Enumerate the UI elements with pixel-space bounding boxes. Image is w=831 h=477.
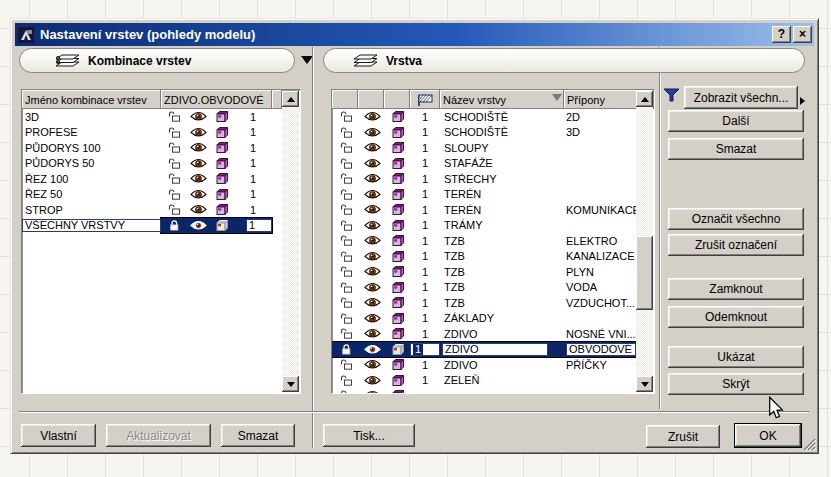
- combination-row[interactable]: ŘEZ 501: [22, 187, 283, 203]
- layer-row[interactable]: 1ZDIVONOSNÉ VNI...: [332, 326, 637, 342]
- next-button[interactable]: Další: [668, 110, 804, 132]
- pen-number-edit[interactable]: 1: [246, 219, 272, 232]
- layer-name[interactable]: ZÁKLADY: [444, 311, 562, 327]
- layer-name[interactable]: TZB: [444, 295, 562, 311]
- layer-extension[interactable]: [566, 218, 636, 234]
- layer-row[interactable]: 1TERÉNKOMUNIKACE: [332, 202, 637, 218]
- lock-icon[interactable]: [335, 109, 357, 125]
- lock-icon[interactable]: [335, 171, 357, 187]
- lock-icon[interactable]: [164, 109, 184, 125]
- layer-name[interactable]: TERÉN: [444, 187, 562, 203]
- solid-mode-icon[interactable]: [387, 388, 409, 393]
- lock-icon[interactable]: [335, 357, 357, 373]
- solid-mode-icon[interactable]: [387, 202, 409, 218]
- combination-row[interactable]: PŮDORYS 1001: [22, 140, 283, 156]
- solid-mode-icon[interactable]: [387, 280, 409, 296]
- lock-icon[interactable]: [335, 373, 357, 389]
- eye-icon[interactable]: [360, 388, 384, 393]
- combination-row[interactable]: PROFESE1: [22, 125, 283, 141]
- combination-name[interactable]: 3D: [25, 109, 159, 125]
- layer-row[interactable]: 1SCHODIŠTĚ2D: [332, 109, 637, 125]
- layer-name[interactable]: SCHODIŠTĚ: [444, 125, 562, 141]
- layer-name[interactable]: TZB: [444, 280, 562, 296]
- layer-extension[interactable]: [566, 171, 636, 187]
- combination-row[interactable]: ŘEZ 1001: [22, 171, 283, 187]
- ok-button[interactable]: OK: [734, 423, 802, 448]
- layer-name[interactable]: STAFÁŽE: [444, 156, 562, 172]
- scroll-up-icon[interactable]: [282, 91, 299, 107]
- combination-name-edit[interactable]: VŠECHNY VRSTVY: [22, 219, 161, 232]
- layer-name[interactable]: ZDIVO: [444, 357, 562, 373]
- scroll-up-icon[interactable]: [636, 91, 653, 107]
- lock-icon[interactable]: [335, 326, 357, 342]
- layer-name[interactable]: ZDIVO: [444, 326, 562, 342]
- resize-grip[interactable]: [801, 436, 816, 451]
- combination-name[interactable]: PŮDORYS 50: [25, 156, 159, 172]
- lock-icon[interactable]: [164, 140, 184, 156]
- solid-mode-icon[interactable]: [387, 140, 409, 156]
- delete-filter-button[interactable]: Smazat: [668, 138, 804, 160]
- solid-mode-icon[interactable]: [212, 156, 232, 172]
- lock-icon[interactable]: [164, 156, 184, 172]
- layer-row[interactable]: 1TRÁMY: [332, 218, 637, 234]
- eye-icon[interactable]: [187, 171, 209, 187]
- eye-icon[interactable]: [360, 342, 384, 358]
- layer-extension[interactable]: [566, 156, 636, 172]
- layer-extension[interactable]: [566, 311, 636, 327]
- layer-row[interactable]: 1ZDIVOPŘÍČKY: [332, 357, 637, 373]
- layer-row[interactable]: 1SCHODIŠTĚ3D: [332, 125, 637, 141]
- lock-icon[interactable]: [335, 280, 357, 296]
- eye-icon[interactable]: [360, 109, 384, 125]
- combination-name[interactable]: PŮDORYS 100: [25, 140, 159, 156]
- solid-mode-icon[interactable]: [387, 187, 409, 203]
- solid-mode-icon[interactable]: [387, 264, 409, 280]
- eye-icon[interactable]: [360, 218, 384, 234]
- scroll-down-icon[interactable]: [282, 376, 299, 392]
- layer-name[interactable]: ZELEŇ: [444, 373, 562, 389]
- solid-mode-icon[interactable]: [387, 342, 409, 358]
- layer-extension[interactable]: KANALIZACE: [566, 249, 636, 265]
- eye-icon[interactable]: [360, 249, 384, 265]
- layer-row[interactable]: 1TZBELEKTRO: [332, 233, 637, 249]
- lock-icon[interactable]: [164, 187, 184, 203]
- eye-icon[interactable]: [187, 140, 209, 156]
- scrollbar-thumb[interactable]: [636, 236, 653, 310]
- combination-name[interactable]: STROP: [25, 202, 159, 218]
- solid-mode-icon[interactable]: [387, 156, 409, 172]
- lock-icon[interactable]: [335, 233, 357, 249]
- layer-row[interactable]: 1TZBKANALIZACE: [332, 249, 637, 265]
- solid-mode-icon[interactable]: [387, 326, 409, 342]
- combination-row[interactable]: 3D1: [22, 109, 283, 125]
- help-button[interactable]: ?: [772, 26, 791, 43]
- eye-icon[interactable]: [187, 187, 209, 203]
- layer-extension[interactable]: PŘÍČKY: [566, 357, 636, 373]
- layer-extension[interactable]: [566, 140, 636, 156]
- eye-icon[interactable]: [360, 311, 384, 327]
- titlebar[interactable]: Nastavení vrstev (pohledy modelu) ? ×: [15, 23, 814, 46]
- solid-mode-icon[interactable]: [212, 171, 232, 187]
- eye-icon[interactable]: [360, 171, 384, 187]
- eye-icon[interactable]: [360, 357, 384, 373]
- layer-extension[interactable]: [566, 388, 636, 393]
- layers-scrollbar[interactable]: [636, 91, 653, 392]
- solid-mode-icon[interactable]: [387, 171, 409, 187]
- layer-name[interactable]: TZB: [444, 233, 562, 249]
- layer-row[interactable]: [332, 388, 637, 393]
- lock-button[interactable]: Zamknout: [668, 278, 804, 300]
- layer-row[interactable]: 1SLOUPY: [332, 140, 637, 156]
- layer-name[interactable]: SCHODIŠTĚ: [444, 109, 562, 125]
- lock-icon[interactable]: [335, 249, 357, 265]
- eye-icon[interactable]: [187, 156, 209, 172]
- layer-row[interactable]: 1ZÁKLADY: [332, 311, 637, 327]
- combination-row[interactable]: STROP1: [22, 202, 283, 218]
- solid-mode-icon[interactable]: [212, 187, 232, 203]
- lock-icon[interactable]: [335, 264, 357, 280]
- layer-extension[interactable]: PLYN: [566, 264, 636, 280]
- lock-icon[interactable]: [335, 140, 357, 156]
- lock-icon[interactable]: [335, 218, 357, 234]
- lock-icon[interactable]: [335, 125, 357, 141]
- layer-name[interactable]: STŘECHY: [444, 171, 562, 187]
- solid-mode-icon[interactable]: [387, 311, 409, 327]
- lock-icon[interactable]: [335, 202, 357, 218]
- lock-icon[interactable]: [335, 311, 357, 327]
